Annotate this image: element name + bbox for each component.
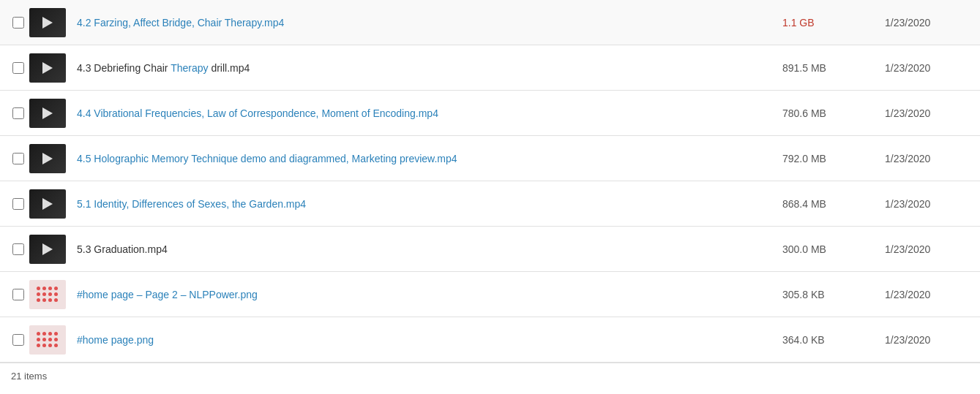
row-checkbox[interactable] <box>12 243 24 255</box>
file-thumbnail <box>29 235 66 264</box>
row-checkbox[interactable] <box>12 334 24 346</box>
file-size: 868.4 MB <box>782 198 885 210</box>
play-icon <box>42 17 53 29</box>
png-preview-dots <box>37 332 59 348</box>
file-name: 5.1 Identity, Differences of Sexes, the … <box>77 198 782 210</box>
row-checkbox[interactable] <box>12 17 24 29</box>
row-checkbox[interactable] <box>12 107 24 119</box>
play-icon <box>42 107 53 119</box>
file-date: 1/23/2020 <box>885 334 973 346</box>
file-name: 5.3 Graduation.mp4 <box>77 243 782 255</box>
file-size: 364.0 KB <box>782 334 885 346</box>
play-icon <box>42 153 53 164</box>
file-size: 780.6 MB <box>782 107 885 119</box>
file-name-link[interactable]: #home page.png <box>77 334 154 346</box>
file-date: 1/23/2020 <box>885 289 973 300</box>
table-row: 4.3 Debriefing Chair Therapy drill.mp489… <box>0 45 980 91</box>
png-preview-dots <box>37 287 59 303</box>
file-size: 891.5 MB <box>782 62 885 74</box>
file-name-text: 5.3 Graduation.mp4 <box>77 243 168 255</box>
table-row: #home page – Page 2 – NLPPower.png305.8 … <box>0 272 980 317</box>
file-name-link[interactable]: Therapy <box>171 62 208 74</box>
row-checkbox[interactable] <box>12 62 24 74</box>
file-date: 1/23/2020 <box>885 62 973 74</box>
file-name-text: 4.3 Debriefing Chair <box>77 62 171 74</box>
play-icon <box>42 62 53 74</box>
file-name-link[interactable]: 4.2 Farzing, Affect Bridge, Chair Therap… <box>77 17 284 29</box>
file-date: 1/23/2020 <box>885 198 973 210</box>
file-thumbnail <box>29 325 66 355</box>
table-row: 4.2 Farzing, Affect Bridge, Chair Therap… <box>0 0 980 45</box>
file-name-text: drill.mp4 <box>209 62 250 74</box>
table-row: 4.5 Holographic Memory Technique demo an… <box>0 136 980 181</box>
status-bar: 21 items <box>0 363 980 389</box>
file-date: 1/23/2020 <box>885 243 973 255</box>
file-size: 792.0 MB <box>782 153 885 164</box>
file-name: 4.3 Debriefing Chair Therapy drill.mp4 <box>77 62 782 74</box>
file-name: #home page – Page 2 – NLPPower.png <box>77 289 782 300</box>
row-checkbox[interactable] <box>12 153 24 164</box>
file-thumbnail <box>29 53 66 83</box>
play-icon <box>42 243 53 255</box>
table-row: #home page.png364.0 KB1/23/2020 <box>0 317 980 363</box>
item-count: 21 items <box>11 371 47 382</box>
file-thumbnail <box>29 280 66 309</box>
file-list: 4.2 Farzing, Affect Bridge, Chair Therap… <box>0 0 980 363</box>
play-icon <box>42 198 53 210</box>
file-date: 1/23/2020 <box>885 153 973 164</box>
file-name: 4.5 Holographic Memory Technique demo an… <box>77 153 782 164</box>
file-thumbnail <box>29 99 66 128</box>
file-name-link[interactable]: #home page – Page 2 – NLPPower.png <box>77 289 258 300</box>
file-size: 1.1 GB <box>782 17 885 29</box>
file-thumbnail <box>29 144 66 173</box>
file-thumbnail <box>29 189 66 219</box>
file-thumbnail <box>29 8 66 37</box>
file-size: 300.0 MB <box>782 243 885 255</box>
row-checkbox[interactable] <box>12 289 24 300</box>
file-name: 4.4 Vibrational Frequencies, Law of Corr… <box>77 107 782 119</box>
file-name-link[interactable]: 4.4 Vibrational Frequencies, Law of Corr… <box>77 107 438 119</box>
table-row: 5.1 Identity, Differences of Sexes, the … <box>0 181 980 227</box>
file-date: 1/23/2020 <box>885 107 973 119</box>
row-checkbox[interactable] <box>12 198 24 210</box>
file-name: #home page.png <box>77 334 782 346</box>
file-size: 305.8 KB <box>782 289 885 300</box>
file-name-link[interactable]: 5.1 Identity, Differences of Sexes, the … <box>77 198 306 210</box>
file-name-link[interactable]: 4.5 Holographic Memory Technique demo an… <box>77 153 457 164</box>
file-name: 4.2 Farzing, Affect Bridge, Chair Therap… <box>77 17 782 29</box>
table-row: 4.4 Vibrational Frequencies, Law of Corr… <box>0 91 980 136</box>
table-row: 5.3 Graduation.mp4300.0 MB1/23/2020 <box>0 227 980 272</box>
file-date: 1/23/2020 <box>885 17 973 29</box>
